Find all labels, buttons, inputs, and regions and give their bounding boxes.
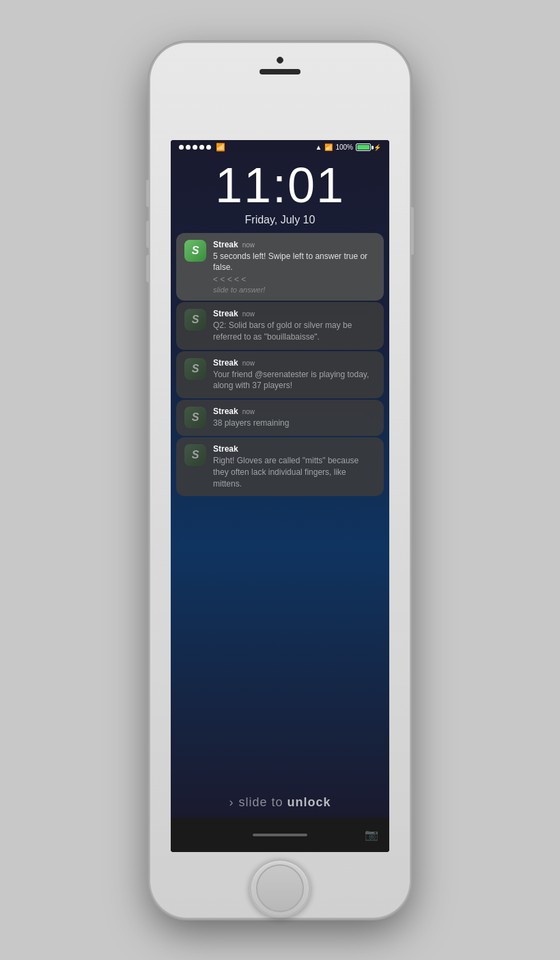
swipe-hint: < < < < < <box>213 275 376 284</box>
notifications-area: S Streak now 5 seconds left! Swipe left … <box>171 233 389 787</box>
notif-app-name-5: Streak <box>213 444 238 454</box>
phone-device: 📶 ▲ 📶 100% ⚡ 11:01 Friday, July 10 <box>150 43 410 918</box>
streak-app-icon-5: S <box>184 444 206 466</box>
wifi-icon: 📶 <box>216 143 225 152</box>
front-camera <box>277 57 283 64</box>
battery-icon <box>356 143 371 151</box>
notif-header-3: Streak now <box>213 358 376 368</box>
battery-fill <box>357 145 369 150</box>
camera-bottom-icon[interactable]: 📷 <box>365 828 378 841</box>
notif-app-name-1: Streak <box>213 240 238 249</box>
slide-to-unlock[interactable]: › slide to unlock <box>171 787 389 818</box>
phone-screen: 📶 ▲ 📶 100% ⚡ 11:01 Friday, July 10 <box>171 140 389 852</box>
notif-time-4: now <box>242 408 255 415</box>
streak-app-icon-3: S <box>184 358 206 380</box>
battery-percent: 100% <box>335 143 353 151</box>
notif-app-name-3: Streak <box>213 358 238 368</box>
clock-time: 11:01 <box>215 161 345 210</box>
battery-block <box>356 143 371 151</box>
location-icon: ▲ <box>316 143 322 151</box>
signal-dot-3 <box>193 145 197 150</box>
notif-content-4: Streak now 38 players remaining <box>213 407 376 429</box>
slide-chevron-icon: › <box>229 795 233 810</box>
status-bar: 📶 ▲ 📶 100% ⚡ <box>171 140 389 155</box>
streak-app-icon-4: S <box>184 407 206 428</box>
notif-app-name-4: Streak <box>213 407 238 416</box>
notif-body-3: Your friend @serenatester is playing tod… <box>213 369 376 392</box>
ear-speaker <box>260 69 300 74</box>
notif-content-2: Streak now Q2: Solid bars of gold or sil… <box>213 309 376 343</box>
signal-dot-4 <box>199 145 204 150</box>
charge-icon: ⚡ <box>374 144 381 151</box>
home-button[interactable] <box>249 859 311 918</box>
notification-card-2[interactable]: S Streak now Q2: Solid bars of gold or s… <box>176 302 384 350</box>
notif-header-1: Streak now <box>213 240 376 249</box>
screen-bottom-bar: 📷 <box>171 818 389 852</box>
notif-app-name-2: Streak <box>213 309 238 318</box>
signal-dot-5 <box>206 145 211 150</box>
notif-body-1: 5 seconds left! Swipe left to answer tru… <box>213 251 376 274</box>
phone-physical-top <box>260 43 300 85</box>
streak-app-icon-1: S <box>184 240 206 262</box>
bottom-indicator <box>253 834 307 836</box>
clock-date: Friday, July 10 <box>215 214 345 226</box>
notification-card-5[interactable]: S Streak Right! Gloves are called "mitts… <box>176 437 384 496</box>
signal-dot-1 <box>179 145 184 150</box>
notif-time-3: now <box>242 359 255 367</box>
notif-header-4: Streak now <box>213 407 376 416</box>
notification-card-1[interactable]: S Streak now 5 seconds left! Swipe left … <box>176 233 384 301</box>
status-right: ▲ 📶 100% ⚡ <box>316 143 381 151</box>
notif-content-5: Streak Right! Gloves are called "mitts" … <box>213 444 376 489</box>
notif-body-2: Q2: Solid bars of gold or silver may be … <box>213 320 376 343</box>
bluetooth-icon: 📶 <box>324 143 333 151</box>
notification-card-3[interactable]: S Streak now Your friend @serenatester i… <box>176 351 384 399</box>
notif-header-5: Streak <box>213 444 376 454</box>
slide-unlock-text: slide to unlock <box>238 795 331 810</box>
signal-dot-2 <box>186 145 191 150</box>
home-button-inner <box>256 864 304 912</box>
signal-area: 📶 <box>179 143 225 152</box>
notif-content-1: Streak now 5 seconds left! Swipe left to… <box>213 240 376 294</box>
notif-body-5: Right! Gloves are called "mitts" because… <box>213 455 376 489</box>
slide-answer: slide to answer! <box>213 286 376 294</box>
notif-time-2: now <box>242 310 255 318</box>
lock-screen: 11:01 Friday, July 10 S Streak now <box>171 140 389 818</box>
slide-unlock-bold: unlock <box>288 795 331 809</box>
streak-app-icon-2: S <box>184 309 206 331</box>
notification-card-4[interactable]: S Streak now 38 players remaining <box>176 400 384 436</box>
notif-time-1: now <box>242 241 255 249</box>
notif-header-2: Streak now <box>213 309 376 318</box>
notif-content-3: Streak now Your friend @serenatester is … <box>213 358 376 392</box>
notif-body-4: 38 players remaining <box>213 417 376 429</box>
signal-dots <box>179 145 211 150</box>
